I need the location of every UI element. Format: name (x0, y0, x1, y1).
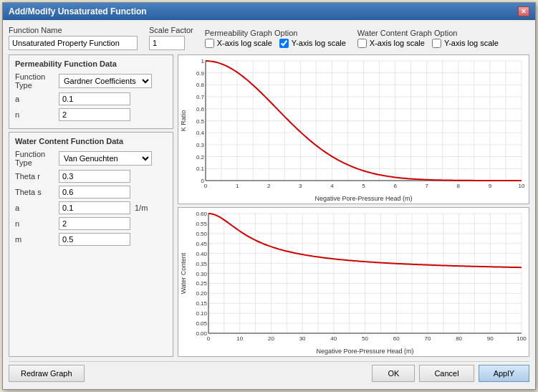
water-theta-s-row: Theta s (15, 186, 167, 199)
perm-param-n-input[interactable] (59, 108, 130, 121)
bottom-bar: Redraw Graph OK Cancel ApplY (9, 361, 529, 383)
water-graph-label: Water Content Graph Option (357, 29, 499, 37)
perm-param-a-row: a (15, 92, 167, 105)
title-bar-buttons: ✕ (518, 6, 529, 16)
water-param-a-input[interactable] (59, 201, 130, 214)
dialog-content: Function Name Scale Factor Permeability … (3, 20, 535, 389)
water-param-m-row: m (15, 233, 167, 246)
permeability-section-title: Permeability Function Data (15, 59, 167, 68)
permeability-graph-label: Permeability Graph Option (205, 29, 346, 37)
water-param-n-label: n (15, 219, 54, 228)
permeability-section: Permeability Function Data Function Type… (9, 54, 173, 129)
dialog-buttons: OK Cancel ApplY (372, 365, 529, 382)
scale-factor-label: Scale Factor (149, 26, 193, 34)
water-theta-s-input[interactable] (59, 186, 130, 199)
right-panel (178, 54, 529, 357)
perm-xaxis-checkbox[interactable] (205, 39, 214, 48)
water-graph-options: Water Content Graph Option X-axis log sc… (357, 29, 499, 48)
water-param-m-label: m (15, 235, 54, 244)
water-xaxis-label: X-axis log scale (370, 39, 425, 47)
water-yaxis-checkbox[interactable] (432, 39, 441, 48)
perm-function-type-select[interactable]: Gardner Coefficients Van Genuchten Fredl… (59, 74, 152, 88)
water-theta-r-input[interactable] (59, 170, 130, 183)
close-button[interactable]: ✕ (518, 6, 529, 16)
water-section-title: Water Content Function Data (15, 137, 167, 145)
water-yaxis-label: Y-axis log scale (444, 39, 499, 47)
water-section: Water Content Function Data Function Typ… (9, 132, 173, 357)
perm-param-a-input[interactable] (59, 92, 130, 105)
water-theta-r-row: Theta r (15, 170, 167, 183)
apply-button[interactable]: ApplY (479, 365, 529, 382)
perm-xaxis-row: X-axis log scale (205, 39, 272, 48)
water-xaxis-row: X-axis log scale (357, 39, 425, 48)
function-name-input[interactable] (9, 36, 138, 50)
main-body: Permeability Function Data Function Type… (9, 54, 529, 357)
water-param-a-row: a 1/m (15, 201, 167, 214)
perm-param-a-label: a (15, 95, 54, 103)
perm-yaxis-row: Y-axis log scale (279, 39, 346, 48)
perm-param-n-row: n (15, 108, 167, 121)
water-param-m-input[interactable] (59, 233, 130, 246)
water-theta-s-label: Theta s (15, 188, 54, 196)
function-name-group: Function Name (9, 26, 138, 50)
perm-yaxis-label: Y-axis log scale (292, 39, 346, 47)
perm-xaxis-label: X-axis log scale (217, 39, 272, 47)
perm-yaxis-checkbox[interactable] (279, 39, 289, 48)
water-canvas (178, 208, 529, 356)
cancel-button[interactable]: Cancel (419, 365, 474, 382)
permeability-graph-options: Permeability Graph Option X-axis log sca… (205, 29, 346, 48)
water-param-n-input[interactable] (59, 217, 130, 230)
main-dialog: Add/Modify Unsaturated Function ✕ Functi… (2, 2, 536, 390)
redraw-button[interactable]: Redraw Graph (9, 365, 85, 382)
dialog-title: Add/Modify Unsaturated Function (9, 6, 147, 16)
perm-function-type-row: Function Type Gardner Coefficients Van G… (15, 72, 167, 90)
water-param-n-row: n (15, 217, 167, 230)
water-function-type-label: Function Type (15, 150, 54, 167)
water-theta-r-label: Theta r (15, 172, 54, 181)
water-chart (178, 207, 529, 357)
scale-factor-group: Scale Factor (149, 26, 193, 50)
left-panel: Permeability Function Data Function Type… (9, 54, 173, 357)
permeability-canvas (178, 55, 529, 204)
water-function-type-row: Function Type Van Genuchten Gardner Coef… (15, 150, 167, 167)
perm-param-n-label: n (15, 110, 54, 119)
permeability-chart (178, 54, 529, 204)
water-xaxis-checkbox[interactable] (357, 39, 367, 48)
perm-function-type-label: Function Type (15, 72, 54, 90)
water-function-type-select[interactable]: Van Genuchten Gardner Coefficients Fredl… (59, 151, 152, 166)
water-param-a-label: a (15, 204, 54, 212)
ok-button[interactable]: OK (372, 365, 415, 382)
water-param-a-unit: 1/m (135, 204, 148, 212)
water-yaxis-row: Y-axis log scale (432, 39, 499, 48)
function-name-label: Function Name (9, 26, 138, 34)
scale-factor-input[interactable] (149, 36, 185, 50)
title-bar: Add/Modify Unsaturated Function ✕ (3, 3, 535, 20)
top-row: Function Name Scale Factor Permeability … (9, 26, 529, 50)
